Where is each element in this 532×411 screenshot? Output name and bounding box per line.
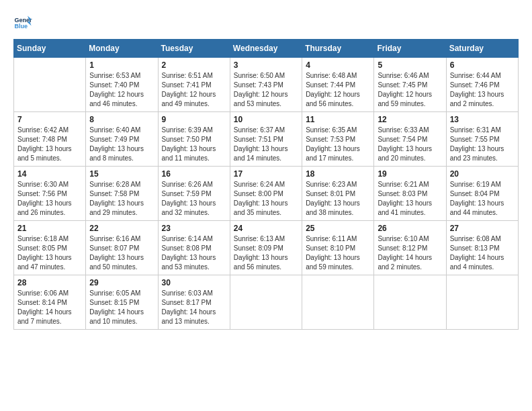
day-number: 7	[17, 115, 82, 124]
day-number: 13	[450, 115, 515, 124]
day-number: 23	[162, 224, 226, 233]
day-info: Sunrise: 6:37 AMSunset: 7:51 PMDaylight:…	[234, 126, 298, 163]
day-info: Sunrise: 6:30 AMSunset: 7:56 PMDaylight:…	[17, 180, 82, 218]
calendar-cell: 13Sunrise: 6:31 AMSunset: 7:55 PMDayligh…	[446, 112, 518, 167]
day-info: Sunrise: 6:28 AMSunset: 7:58 PMDaylight:…	[89, 180, 154, 218]
calendar-cell	[446, 275, 518, 330]
column-header-wednesday: Wednesday	[230, 40, 302, 58]
day-info: Sunrise: 6:46 AMSunset: 7:45 PMDaylight:…	[378, 71, 442, 109]
day-number: 17	[234, 169, 298, 179]
calendar-cell: 11Sunrise: 6:35 AMSunset: 7:53 PMDayligh…	[302, 112, 374, 167]
day-number: 21	[17, 224, 82, 233]
calendar-cell: 12Sunrise: 6:33 AMSunset: 7:54 PMDayligh…	[374, 112, 446, 167]
calendar-cell: 5Sunrise: 6:46 AMSunset: 7:45 PMDaylight…	[374, 58, 446, 112]
day-number: 11	[306, 115, 370, 124]
day-info: Sunrise: 6:08 AMSunset: 8:13 PMDaylight:…	[450, 234, 515, 272]
day-info: Sunrise: 6:42 AMSunset: 7:48 PMDaylight:…	[17, 126, 82, 163]
calendar-week-1: 1Sunrise: 6:53 AMSunset: 7:40 PMDaylight…	[14, 58, 519, 112]
calendar-cell: 26Sunrise: 6:10 AMSunset: 8:12 PMDayligh…	[374, 221, 446, 275]
day-info: Sunrise: 6:06 AMSunset: 8:14 PMDaylight:…	[17, 289, 82, 326]
calendar-cell: 25Sunrise: 6:11 AMSunset: 8:10 PMDayligh…	[302, 221, 374, 275]
page-header: General Blue	[13, 13, 519, 32]
day-number: 22	[89, 224, 154, 233]
day-number: 4	[306, 60, 370, 70]
day-number: 24	[234, 224, 298, 233]
day-number: 1	[89, 60, 154, 70]
day-info: Sunrise: 6:24 AMSunset: 8:00 PMDaylight:…	[234, 180, 298, 218]
calendar-cell: 10Sunrise: 6:37 AMSunset: 7:51 PMDayligh…	[230, 112, 302, 167]
day-info: Sunrise: 6:21 AMSunset: 8:03 PMDaylight:…	[378, 180, 442, 218]
calendar-cell: 16Sunrise: 6:26 AMSunset: 7:59 PMDayligh…	[158, 167, 230, 221]
day-info: Sunrise: 6:19 AMSunset: 8:04 PMDaylight:…	[450, 180, 515, 218]
day-info: Sunrise: 6:48 AMSunset: 7:44 PMDaylight:…	[306, 71, 370, 109]
day-info: Sunrise: 6:16 AMSunset: 8:07 PMDaylight:…	[89, 234, 154, 272]
day-info: Sunrise: 6:39 AMSunset: 7:50 PMDaylight:…	[162, 126, 226, 163]
calendar-cell: 4Sunrise: 6:48 AMSunset: 7:44 PMDaylight…	[302, 58, 374, 112]
day-info: Sunrise: 6:14 AMSunset: 8:08 PMDaylight:…	[162, 234, 226, 272]
calendar-cell: 17Sunrise: 6:24 AMSunset: 8:00 PMDayligh…	[230, 167, 302, 221]
calendar-week-3: 14Sunrise: 6:30 AMSunset: 7:56 PMDayligh…	[14, 167, 519, 221]
day-info: Sunrise: 6:26 AMSunset: 7:59 PMDaylight:…	[162, 180, 226, 218]
column-header-saturday: Saturday	[446, 40, 518, 58]
day-number: 30	[162, 278, 226, 287]
calendar-week-4: 21Sunrise: 6:18 AMSunset: 8:05 PMDayligh…	[14, 221, 519, 275]
day-info: Sunrise: 6:35 AMSunset: 7:53 PMDaylight:…	[306, 126, 370, 163]
day-info: Sunrise: 6:50 AMSunset: 7:43 PMDaylight:…	[234, 71, 298, 109]
day-number: 8	[89, 115, 154, 124]
day-number: 3	[234, 60, 298, 70]
calendar-cell: 27Sunrise: 6:08 AMSunset: 8:13 PMDayligh…	[446, 221, 518, 275]
column-header-monday: Monday	[86, 40, 158, 58]
day-info: Sunrise: 6:40 AMSunset: 7:49 PMDaylight:…	[89, 126, 154, 163]
day-info: Sunrise: 6:33 AMSunset: 7:54 PMDaylight:…	[378, 126, 442, 163]
day-number: 20	[450, 169, 515, 179]
calendar-week-5: 28Sunrise: 6:06 AMSunset: 8:14 PMDayligh…	[14, 275, 519, 330]
day-number: 5	[378, 60, 442, 70]
calendar-cell: 22Sunrise: 6:16 AMSunset: 8:07 PMDayligh…	[86, 221, 158, 275]
calendar-cell: 14Sunrise: 6:30 AMSunset: 7:56 PMDayligh…	[14, 167, 86, 221]
day-info: Sunrise: 6:31 AMSunset: 7:55 PMDaylight:…	[450, 126, 515, 163]
calendar-week-2: 7Sunrise: 6:42 AMSunset: 7:48 PMDaylight…	[14, 112, 519, 167]
day-info: Sunrise: 6:51 AMSunset: 7:41 PMDaylight:…	[162, 71, 226, 109]
day-number: 25	[306, 224, 370, 233]
column-header-sunday: Sunday	[14, 40, 86, 58]
day-number: 27	[450, 224, 515, 233]
day-info: Sunrise: 6:23 AMSunset: 8:01 PMDaylight:…	[306, 180, 370, 218]
calendar-cell: 7Sunrise: 6:42 AMSunset: 7:48 PMDaylight…	[14, 112, 86, 167]
day-number: 2	[162, 60, 226, 70]
day-number: 18	[306, 169, 370, 179]
calendar-table: SundayMondayTuesdayWednesdayThursdayFrid…	[13, 39, 519, 330]
column-header-tuesday: Tuesday	[158, 40, 230, 58]
calendar-cell: 28Sunrise: 6:06 AMSunset: 8:14 PMDayligh…	[14, 275, 86, 330]
day-info: Sunrise: 6:13 AMSunset: 8:09 PMDaylight:…	[234, 234, 298, 272]
day-info: Sunrise: 6:18 AMSunset: 8:05 PMDaylight:…	[17, 234, 82, 272]
day-info: Sunrise: 6:53 AMSunset: 7:40 PMDaylight:…	[89, 71, 154, 109]
calendar-cell: 29Sunrise: 6:05 AMSunset: 8:15 PMDayligh…	[86, 275, 158, 330]
day-info: Sunrise: 6:05 AMSunset: 8:15 PMDaylight:…	[89, 289, 154, 326]
day-number: 6	[450, 60, 515, 70]
day-number: 29	[89, 278, 154, 287]
calendar-cell: 21Sunrise: 6:18 AMSunset: 8:05 PMDayligh…	[14, 221, 86, 275]
column-header-friday: Friday	[374, 40, 446, 58]
calendar-cell: 18Sunrise: 6:23 AMSunset: 8:01 PMDayligh…	[302, 167, 374, 221]
calendar-cell	[14, 58, 86, 112]
calendar-cell: 30Sunrise: 6:03 AMSunset: 8:17 PMDayligh…	[158, 275, 230, 330]
day-number: 14	[17, 169, 82, 179]
calendar-cell: 6Sunrise: 6:44 AMSunset: 7:46 PMDaylight…	[446, 58, 518, 112]
day-number: 9	[162, 115, 226, 124]
calendar-cell	[230, 275, 302, 330]
day-number: 10	[234, 115, 298, 124]
calendar-cell: 20Sunrise: 6:19 AMSunset: 8:04 PMDayligh…	[446, 167, 518, 221]
day-number: 28	[17, 278, 82, 287]
calendar-cell: 8Sunrise: 6:40 AMSunset: 7:49 PMDaylight…	[86, 112, 158, 167]
calendar-cell: 3Sunrise: 6:50 AMSunset: 7:43 PMDaylight…	[230, 58, 302, 112]
svg-text:Blue: Blue	[14, 23, 28, 30]
day-number: 12	[378, 115, 442, 124]
day-number: 19	[378, 169, 442, 179]
day-number: 15	[89, 169, 154, 179]
calendar-cell	[302, 275, 374, 330]
day-info: Sunrise: 6:44 AMSunset: 7:46 PMDaylight:…	[450, 71, 515, 109]
day-info: Sunrise: 6:11 AMSunset: 8:10 PMDaylight:…	[306, 234, 370, 272]
calendar-cell: 2Sunrise: 6:51 AMSunset: 7:41 PMDaylight…	[158, 58, 230, 112]
day-info: Sunrise: 6:03 AMSunset: 8:17 PMDaylight:…	[162, 289, 226, 326]
day-number: 16	[162, 169, 226, 179]
